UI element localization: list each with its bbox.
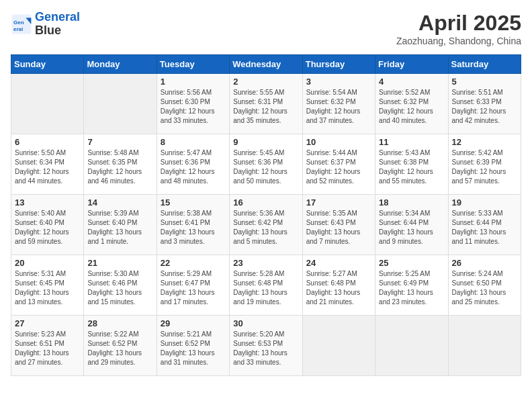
calendar-cell: 14Sunrise: 5:39 AMSunset: 6:40 PMDayligh… xyxy=(84,195,157,255)
day-number: 21 xyxy=(87,258,152,268)
cell-sun-info: Sunrise: 5:27 AMSunset: 6:48 PMDaylight:… xyxy=(306,269,371,307)
calendar-cell: 26Sunrise: 5:24 AMSunset: 6:50 PMDayligh… xyxy=(448,255,521,316)
calendar-cell: 18Sunrise: 5:34 AMSunset: 6:44 PMDayligh… xyxy=(375,195,448,255)
day-number: 23 xyxy=(233,258,298,268)
day-number: 18 xyxy=(379,197,444,208)
day-number: 3 xyxy=(306,77,371,87)
calendar-cell: 2Sunrise: 5:55 AMSunset: 6:31 PMDaylight… xyxy=(230,74,302,134)
svg-text:eral: eral xyxy=(13,26,23,32)
calendar-cell: 23Sunrise: 5:28 AMSunset: 6:48 PMDayligh… xyxy=(230,255,302,316)
calendar-cell: 27Sunrise: 5:23 AMSunset: 6:51 PMDayligh… xyxy=(11,316,84,376)
calendar-cell: 13Sunrise: 5:40 AMSunset: 6:40 PMDayligh… xyxy=(11,195,84,255)
day-number: 15 xyxy=(161,197,226,208)
calendar-cell xyxy=(84,74,157,134)
cell-sun-info: Sunrise: 5:47 AMSunset: 6:36 PMDaylight:… xyxy=(161,148,226,186)
calendar-header: SundayMondayTuesdayWednesdayThursdayFrid… xyxy=(11,55,521,74)
calendar-cell: 5Sunrise: 5:51 AMSunset: 6:33 PMDaylight… xyxy=(448,74,521,134)
calendar-cell: 19Sunrise: 5:33 AMSunset: 6:44 PMDayligh… xyxy=(448,195,521,255)
day-number: 4 xyxy=(379,77,444,87)
day-number: 6 xyxy=(15,137,80,147)
day-number: 2 xyxy=(233,77,298,87)
weekday-header: Wednesday xyxy=(230,55,302,74)
calendar-cell: 7Sunrise: 5:48 AMSunset: 6:35 PMDaylight… xyxy=(84,134,157,195)
cell-sun-info: Sunrise: 5:31 AMSunset: 6:45 PMDaylight:… xyxy=(15,269,80,307)
cell-sun-info: Sunrise: 5:24 AMSunset: 6:50 PMDaylight:… xyxy=(452,269,517,307)
title-block: April 2025 Zaozhuang, Shandong, China xyxy=(396,11,521,46)
cell-sun-info: Sunrise: 5:40 AMSunset: 6:40 PMDaylight:… xyxy=(15,209,80,246)
day-number: 11 xyxy=(379,137,444,147)
day-number: 28 xyxy=(87,318,152,328)
calendar-cell: 10Sunrise: 5:44 AMSunset: 6:37 PMDayligh… xyxy=(302,134,375,195)
cell-sun-info: Sunrise: 5:35 AMSunset: 6:43 PMDaylight:… xyxy=(306,209,371,246)
calendar-cell: 25Sunrise: 5:25 AMSunset: 6:49 PMDayligh… xyxy=(375,255,448,316)
day-number: 8 xyxy=(161,137,226,147)
calendar-cell: 15Sunrise: 5:38 AMSunset: 6:41 PMDayligh… xyxy=(157,195,229,255)
cell-sun-info: Sunrise: 5:21 AMSunset: 6:52 PMDaylight:… xyxy=(161,330,226,367)
cell-sun-info: Sunrise: 5:25 AMSunset: 6:49 PMDaylight:… xyxy=(379,269,444,307)
page-header: Gen eral GeneralBlue April 2025 Zaozhuan… xyxy=(11,11,521,46)
cell-sun-info: Sunrise: 5:28 AMSunset: 6:48 PMDaylight:… xyxy=(233,269,298,307)
weekday-header: Friday xyxy=(375,55,448,74)
calendar-cell: 22Sunrise: 5:29 AMSunset: 6:47 PMDayligh… xyxy=(157,255,229,316)
cell-sun-info: Sunrise: 5:20 AMSunset: 6:53 PMDaylight:… xyxy=(233,330,298,367)
calendar-cell xyxy=(375,316,448,376)
calendar-week-row: 1Sunrise: 5:56 AMSunset: 6:30 PMDaylight… xyxy=(11,74,521,134)
calendar-cell xyxy=(302,316,375,376)
calendar-cell: 28Sunrise: 5:22 AMSunset: 6:52 PMDayligh… xyxy=(84,316,157,376)
calendar-cell: 29Sunrise: 5:21 AMSunset: 6:52 PMDayligh… xyxy=(157,316,229,376)
day-number: 16 xyxy=(233,197,298,208)
calendar-cell: 20Sunrise: 5:31 AMSunset: 6:45 PMDayligh… xyxy=(11,255,84,316)
cell-sun-info: Sunrise: 5:36 AMSunset: 6:42 PMDaylight:… xyxy=(233,209,298,246)
day-number: 30 xyxy=(233,318,298,328)
calendar-cell xyxy=(11,74,84,134)
calendar-cell: 17Sunrise: 5:35 AMSunset: 6:43 PMDayligh… xyxy=(302,195,375,255)
cell-sun-info: Sunrise: 5:23 AMSunset: 6:51 PMDaylight:… xyxy=(15,330,80,367)
day-number: 25 xyxy=(379,258,444,268)
cell-sun-info: Sunrise: 5:38 AMSunset: 6:41 PMDaylight:… xyxy=(161,209,226,246)
cell-sun-info: Sunrise: 5:34 AMSunset: 6:44 PMDaylight:… xyxy=(379,209,444,246)
cell-sun-info: Sunrise: 5:48 AMSunset: 6:35 PMDaylight:… xyxy=(87,148,152,186)
day-number: 5 xyxy=(452,77,517,87)
cell-sun-info: Sunrise: 5:52 AMSunset: 6:32 PMDaylight:… xyxy=(379,88,444,126)
day-number: 27 xyxy=(15,318,80,328)
day-number: 14 xyxy=(87,197,152,208)
weekday-header: Thursday xyxy=(302,55,375,74)
day-number: 1 xyxy=(161,77,226,87)
calendar-cell: 3Sunrise: 5:54 AMSunset: 6:32 PMDaylight… xyxy=(302,74,375,134)
logo-text: GeneralBlue xyxy=(35,11,80,38)
calendar-cell: 9Sunrise: 5:45 AMSunset: 6:36 PMDaylight… xyxy=(230,134,302,195)
day-number: 20 xyxy=(15,258,80,268)
calendar-cell: 12Sunrise: 5:42 AMSunset: 6:39 PMDayligh… xyxy=(448,134,521,195)
calendar-cell: 6Sunrise: 5:50 AMSunset: 6:34 PMDaylight… xyxy=(11,134,84,195)
day-number: 29 xyxy=(161,318,226,328)
day-number: 12 xyxy=(452,137,517,147)
calendar-cell xyxy=(448,316,521,376)
calendar-cell: 1Sunrise: 5:56 AMSunset: 6:30 PMDaylight… xyxy=(157,74,229,134)
weekday-header: Saturday xyxy=(448,55,521,74)
cell-sun-info: Sunrise: 5:42 AMSunset: 6:39 PMDaylight:… xyxy=(452,148,517,186)
calendar-week-row: 20Sunrise: 5:31 AMSunset: 6:45 PMDayligh… xyxy=(11,255,521,316)
cell-sun-info: Sunrise: 5:55 AMSunset: 6:31 PMDaylight:… xyxy=(233,88,298,126)
location-subtitle: Zaozhuang, Shandong, China xyxy=(396,36,521,46)
day-number: 24 xyxy=(306,258,371,268)
calendar-table: SundayMondayTuesdayWednesdayThursdayFrid… xyxy=(11,54,521,376)
weekday-header: Tuesday xyxy=(157,55,229,74)
cell-sun-info: Sunrise: 5:33 AMSunset: 6:44 PMDaylight:… xyxy=(452,209,517,246)
cell-sun-info: Sunrise: 5:45 AMSunset: 6:36 PMDaylight:… xyxy=(233,148,298,186)
cell-sun-info: Sunrise: 5:56 AMSunset: 6:30 PMDaylight:… xyxy=(161,88,226,126)
cell-sun-info: Sunrise: 5:29 AMSunset: 6:47 PMDaylight:… xyxy=(161,269,226,307)
calendar-week-row: 27Sunrise: 5:23 AMSunset: 6:51 PMDayligh… xyxy=(11,316,521,376)
cell-sun-info: Sunrise: 5:30 AMSunset: 6:46 PMDaylight:… xyxy=(87,269,152,307)
day-number: 10 xyxy=(306,137,371,147)
calendar-cell: 11Sunrise: 5:43 AMSunset: 6:38 PMDayligh… xyxy=(375,134,448,195)
calendar-week-row: 13Sunrise: 5:40 AMSunset: 6:40 PMDayligh… xyxy=(11,195,521,255)
cell-sun-info: Sunrise: 5:51 AMSunset: 6:33 PMDaylight:… xyxy=(452,88,517,126)
month-title: April 2025 xyxy=(396,11,521,36)
day-number: 9 xyxy=(233,137,298,147)
logo-icon: Gen eral xyxy=(11,13,32,35)
cell-sun-info: Sunrise: 5:44 AMSunset: 6:37 PMDaylight:… xyxy=(306,148,371,186)
day-number: 22 xyxy=(161,258,226,268)
cell-sun-info: Sunrise: 5:22 AMSunset: 6:52 PMDaylight:… xyxy=(87,330,152,367)
day-number: 7 xyxy=(87,137,152,147)
day-number: 19 xyxy=(452,197,517,208)
